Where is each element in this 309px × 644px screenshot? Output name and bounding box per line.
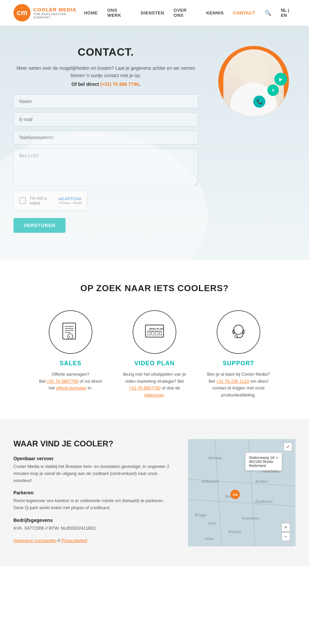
location-section: WAAR VIND JE COOLER? Openbaar vervoer Co… [0, 419, 309, 567]
svg-text:Gent: Gent [208, 521, 216, 525]
public-transport-body: Cooler Media is vlakbij het Bredase trei… [13, 463, 175, 484]
svg-text:Alkmaar: Alkmaar [208, 456, 222, 460]
support-card-desc: Ben je al klant bij Cooler Media? Bel +3… [205, 371, 272, 399]
svg-rect-12 [156, 332, 158, 335]
logo-name: COOLER MEDIA [33, 7, 84, 12]
card-sales: € SALES Offerte aanvragen? Bel +31 76 88… [37, 310, 104, 399]
svg-text:Eindhoven: Eindhoven [255, 499, 273, 503]
contact-avatar-side: ▶ ⏸ 📞 [212, 46, 296, 116]
phone-button[interactable]: 📞 [253, 96, 265, 108]
logo[interactable]: cm COOLER MEDIA THE EXPLANATION COMPANY [13, 4, 84, 21]
svg-text:Antwerpen: Antwerpen [242, 516, 260, 520]
map-fullscreen-button[interactable]: ⤢ [283, 442, 292, 451]
nav-home[interactable]: HOME [84, 10, 98, 15]
map-tooltip-close[interactable]: ✕ [275, 455, 278, 460]
logo-icon: cm [13, 4, 31, 21]
sales-card-title: SALES [37, 360, 104, 367]
cooler-section-title: OP ZOEK NAAR IETS COOLERS? [13, 283, 296, 293]
svg-text:België: België [205, 537, 213, 540]
navbar: cm COOLER MEDIA THE EXPLANATION COMPANY … [0, 0, 309, 26]
sales-card-desc: Offerte aanvragen? Bel +31 76 8867790 of… [37, 371, 104, 392]
svg-text:VIDEO PLAN: VIDEO PLAN [149, 328, 163, 330]
play-button[interactable]: ▶ [274, 73, 287, 86]
nav-over-ons[interactable]: OVER ONS [174, 8, 197, 18]
svg-text:€: € [69, 335, 71, 338]
logo-text-block: COOLER MEDIA THE EXPLANATION COMPANY [33, 7, 84, 19]
map-zoom-in[interactable]: + [281, 523, 290, 532]
svg-text:Rotterdam: Rotterdam [202, 479, 219, 483]
kvk-text: KVK. 64772306 // BTW. NL855832411B01 [13, 525, 175, 532]
offerte-formulier-link[interactable]: offerte-formulier [56, 385, 87, 390]
nav-ons-werk[interactable]: ONS WERK [107, 8, 131, 18]
search-icon[interactable]: 🔍 [265, 10, 271, 16]
phone-prefix: Of bel direct [72, 82, 100, 87]
email-input[interactable] [13, 112, 198, 126]
support-phone-link[interactable]: +31 76 206 1110 [216, 379, 249, 384]
sales-icon: € [59, 320, 82, 344]
nav-kennis[interactable]: KENNIS [206, 10, 224, 15]
svg-text:Arnhem: Arnhem [255, 479, 268, 483]
support-icon-circle [217, 310, 260, 354]
svg-text:Brugge: Brugge [195, 513, 207, 517]
map-country: Nederland [249, 464, 278, 468]
map-tooltip: ✕ Stationsweg 1A 4811AX Breda Nederland [245, 452, 282, 471]
avatar-wrapper: ▶ ⏸ 📞 [218, 46, 289, 116]
svg-text:Brussel: Brussel [228, 530, 241, 534]
sales-icon-circle: € [49, 310, 92, 354]
nav-contact[interactable]: CONTACT [233, 10, 255, 15]
language-switcher[interactable]: NL | EN [281, 8, 296, 18]
location-text: WAAR VIND JE COOLER? Openbaar vervoer Co… [13, 439, 175, 546]
location-map: Alkmaar Zwolle Rotterdam Arnhem Breda Ei… [188, 439, 296, 546]
svg-rect-13 [160, 332, 162, 335]
privacybeleid-link[interactable]: Privacybeleid [61, 538, 87, 543]
videoscan-link[interactable]: videoscan [144, 392, 164, 397]
contact-description: Meer weten over de mogelijkheden en kost… [13, 64, 198, 79]
cooler-cards: € SALES Offerte aanvragen? Bel +31 76 88… [13, 310, 296, 399]
map-city: 4811AX Breda [249, 460, 278, 464]
logo-sub: THE EXPLANATION COMPANY [33, 12, 84, 19]
svg-point-14 [234, 325, 243, 334]
cooler-section: OP ZOEK NAAR IETS COOLERS? € SALES Offer… [0, 260, 309, 419]
nav-links: HOME ONS WERK DIENSTEN OVER ONS KENNIS C… [84, 8, 296, 18]
videoplan-card-desc: Bezig met het uitstippelen van je video … [121, 371, 188, 399]
videoplan-icon: VIDEO PLAN [143, 320, 166, 344]
parking-subtitle: Parkeren [13, 490, 175, 495]
svg-rect-10 [147, 332, 150, 335]
sales-phone-link[interactable]: +31 76 8867790 [47, 379, 78, 384]
videoplan-card-title: VIDEO PLAN [121, 360, 188, 367]
svg-rect-11 [151, 332, 154, 335]
videoplan-icon-circle: VIDEO PLAN [133, 310, 176, 354]
phone-number-link[interactable]: (+31) 76 886 7790 [100, 82, 139, 87]
videoplan-phone-link[interactable]: +31 76 8867790 [129, 385, 161, 390]
support-icon [227, 320, 250, 344]
naam-input[interactable] [13, 94, 198, 108]
contact-title: CONTACT. [13, 46, 198, 58]
pause-button[interactable]: ⏸ [267, 85, 279, 96]
location-title: WAAR VIND JE COOLER? [13, 439, 175, 448]
contact-hero-section: CONTACT. Meer weten over de mogelijkhede… [0, 26, 309, 260]
map-address: Stationsweg 1A [249, 455, 278, 460]
card-videoplan: VIDEO PLAN VIDEO PLAN Bezig met het uits… [121, 310, 188, 399]
support-card-title: SUPPORT [205, 360, 272, 367]
contact-phone-line: Of bel direct (+31) 76 886 7790. [13, 82, 198, 87]
footer-links: Algemene vooraarden // Privacybeleid [13, 538, 175, 543]
map-zoom-out[interactable]: − [281, 532, 290, 541]
location-inner: WAAR VIND JE COOLER? Openbaar vervoer Co… [13, 439, 296, 546]
algemene-voorwaarden-link[interactable]: Algemene vooraarden [13, 538, 56, 543]
parking-body: Recht tegenover ons kantoor is er voldoe… [13, 497, 175, 512]
card-support: SUPPORT Ben je al klant bij Cooler Media… [205, 310, 272, 399]
map-placeholder: Alkmaar Zwolle Rotterdam Arnhem Breda Ei… [188, 439, 296, 546]
map-zoom-controls: + − [281, 523, 290, 541]
public-transport-subtitle: Openbaar vervoer [13, 456, 175, 461]
nav-diensten[interactable]: DIENSTEN [141, 10, 164, 15]
company-info-subtitle: Bedrijfsgegevens [13, 518, 175, 523]
svg-text:cm: cm [233, 493, 238, 496]
